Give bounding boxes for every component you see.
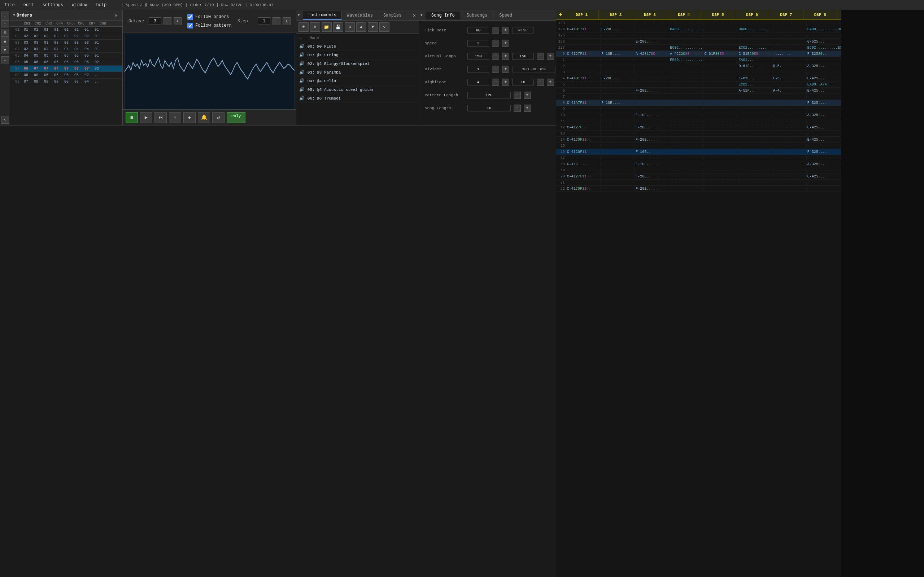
- orders-table[interactable]: CH1 CH2 CH3 CH4 CH5 CH6 CH7 CH8 01010101…: [10, 21, 122, 125]
- inst-item-5[interactable]: 🔊 05: @5 Acoustic steel guitar: [296, 85, 419, 94]
- tracker-row[interactable]: 16C-41C0F1101...· · · · · · · ·F-10E....…: [556, 149, 841, 155]
- orders-row[interactable]: 070607070707070703: [10, 66, 122, 72]
- tab-samples[interactable]: Samples: [378, 11, 407, 19]
- div-inc-btn[interactable]: +: [502, 66, 509, 73]
- play-btn[interactable]: ▶: [140, 112, 152, 123]
- orders-row[interactable]: 040204040404040401: [10, 46, 122, 53]
- follow-orders-checkbox[interactable]: [187, 14, 193, 20]
- orders-row[interactable]: 050405050505050501: [10, 53, 122, 59]
- step-dec-btn[interactable]: −: [273, 17, 281, 25]
- record-btn[interactable]: ⬇: [169, 112, 181, 123]
- song-length-value[interactable]: 10: [467, 105, 511, 111]
- tracker-row[interactable]: 6· · · · · · · ·· · · · · · · ·F-20E....…: [556, 88, 841, 94]
- orders-remove-btn[interactable]: −: [1, 20, 9, 28]
- dsp-add-btn[interactable]: +: [556, 12, 565, 18]
- virtual-tempo-value2[interactable]: 150: [512, 53, 534, 60]
- tracker-row[interactable]: 0C-4127F1100...F-10E.....A-4231780C0A-42…: [556, 51, 841, 57]
- sl-inc-btn[interactable]: +: [524, 105, 531, 112]
- tracker-row[interactable]: 123· · · · · · · ·· · · · · · · ·· · · ·…: [556, 20, 841, 26]
- speed-inc-btn[interactable]: +: [502, 40, 509, 47]
- orders-duplicate-btn[interactable]: ⧉: [1, 29, 9, 37]
- follow-pattern-checkbox[interactable]: [187, 23, 193, 29]
- inst-up-btn[interactable]: ▲: [356, 23, 366, 32]
- orders-close-btn[interactable]: ✕: [113, 12, 119, 18]
- speed-value[interactable]: 3: [467, 40, 489, 47]
- tracker-row[interactable]: 127· · · · · · · ·· · · · · · · ·· · · ·…: [556, 45, 841, 51]
- tab-wavetables[interactable]: Wavetables: [342, 11, 378, 19]
- tick-rate-inc-btn[interactable]: +: [502, 27, 509, 34]
- virtual-tempo-value1[interactable]: 150: [467, 53, 489, 60]
- orders-row[interactable]: 0907080808080704..: [10, 79, 122, 85]
- sl-dec-btn[interactable]: −: [514, 105, 521, 112]
- orders-add-btn[interactable]: +: [1, 11, 9, 19]
- tick-rate-dec-btn[interactable]: −: [492, 27, 499, 34]
- tick-rate-value[interactable]: 60: [467, 27, 489, 34]
- inst-item-2[interactable]: 🔊 02: @2 Blingy/Glockenspiel: [296, 60, 419, 68]
- pl-dec-btn[interactable]: −: [514, 92, 521, 99]
- menu-window[interactable]: window: [70, 2, 89, 8]
- highlight-value2[interactable]: 16: [512, 79, 534, 85]
- octave-dec-btn[interactable]: −: [163, 17, 171, 25]
- inst-add-btn[interactable]: +: [299, 23, 309, 32]
- orders-row[interactable]: 010101010101010101: [10, 27, 122, 33]
- tracker-row[interactable]: 21· · · · · · · ·· · · · · · · ·· · · · …: [556, 180, 841, 186]
- inst-clear-btn[interactable]: ✕: [380, 23, 389, 32]
- vt2-dec-btn[interactable]: −: [537, 53, 544, 60]
- tab-song-info[interactable]: Song Info: [426, 11, 461, 19]
- tracker-row[interactable]: 14C-41C0F1101...· · · · · · · ·F-20E....…: [556, 137, 841, 143]
- inst-save-btn[interactable]: 💾: [333, 23, 343, 32]
- tracker-row[interactable]: 12C-4127F.......· · · · · · · ·F-20E....…: [556, 124, 841, 131]
- orders-row[interactable]: 060506060606060602: [10, 59, 122, 66]
- tracker-row[interactable]: 10· · · · · · · ·· · · · · · · ·F-10E...…: [556, 112, 841, 118]
- tab-speed[interactable]: Speed: [493, 11, 518, 19]
- record2-btn[interactable]: ●: [183, 112, 195, 123]
- tracker-row[interactable]: 13· · · · · · · ·· · · · · · · ·· · · · …: [556, 131, 841, 137]
- tracker-row[interactable]: 15· · · · · · · ·· · · · · · · ·· · · · …: [556, 143, 841, 149]
- hl1-dec-btn[interactable]: −: [492, 79, 499, 86]
- inst-none[interactable]: ○ - None -: [296, 34, 419, 42]
- tracker-row[interactable]: 125· · · · · · · ·· · · · · · · ·· · · ·…: [556, 32, 841, 39]
- menu-file[interactable]: file: [3, 2, 16, 8]
- tracker-row[interactable]: 7· · · · · · · ·· · · · · · · ·· · · · ·…: [556, 94, 841, 100]
- tracker-row[interactable]: 4C-41B171101...F-20E......· · · · · · · …: [556, 76, 841, 82]
- tracker-row[interactable]: 18C-41C.......· · · · · · · ·F-10E......…: [556, 161, 841, 167]
- hl2-dec-btn[interactable]: −: [537, 79, 544, 86]
- loop-btn[interactable]: ↺: [212, 112, 225, 123]
- tracker-row[interactable]: 126· · · · · · · ·· · · · · · · ·E-20E..…: [556, 39, 841, 45]
- tracker-grid[interactable]: 123· · · · · · · ·· · · · · · · ·· · · ·…: [556, 20, 841, 577]
- orders-up-btn[interactable]: ▲: [1, 37, 9, 45]
- pl-inc-btn[interactable]: +: [524, 92, 531, 99]
- inst-link-btn[interactable]: ⧉: [345, 23, 355, 32]
- divider-value[interactable]: 1: [467, 66, 489, 73]
- stop-btn[interactable]: ■: [126, 112, 138, 123]
- highlight-value1[interactable]: 4: [467, 79, 489, 85]
- tracker-row[interactable]: 11· · · · · · · ·· · · · · · · ·· · · · …: [556, 118, 841, 124]
- inst-item-4[interactable]: 🔊 04: @4 Cello: [296, 77, 419, 85]
- orders-down-btn[interactable]: ▼: [1, 46, 9, 54]
- tracker-row[interactable]: 1· · · · · · · ·· · · · · · · ·· · · · ·…: [556, 57, 841, 63]
- orders-cursor-btn[interactable]: ↖: [1, 116, 9, 124]
- octave-inc-btn[interactable]: +: [174, 17, 181, 25]
- tracker-row[interactable]: 3· · · · · · · ·· · · · · · · ·· · · · ·…: [556, 69, 841, 76]
- next-btn[interactable]: ⏭: [155, 112, 167, 123]
- instruments-list[interactable]: ○ - None - 🔊 00: @0 Flute 🔊 01: @1 Strin…: [296, 34, 419, 125]
- tracker-row[interactable]: 22C-41C0F1101...· · · · · · · ·F-20E....…: [556, 186, 841, 192]
- div-dec-btn[interactable]: −: [492, 66, 499, 73]
- hl2-inc-btn[interactable]: +: [547, 79, 554, 86]
- instruments-close-btn[interactable]: ✕: [410, 12, 418, 18]
- tracker-row[interactable]: 17· · · · · · · ·· · · · · · · ·· · · · …: [556, 155, 841, 161]
- orders-tool-btn[interactable]: ✂: [1, 56, 9, 64]
- hl1-inc-btn[interactable]: +: [502, 79, 509, 86]
- speed-dec-btn[interactable]: −: [492, 40, 499, 47]
- inst-item-6[interactable]: 🔊 06: @6 Trumpet: [296, 94, 419, 103]
- tracker-row[interactable]: 2· · · · · · · ·· · · · · · · ·· · · · ·…: [556, 63, 841, 69]
- orders-row[interactable]: 030303030303030301: [10, 40, 122, 46]
- vt-dec-btn[interactable]: −: [492, 53, 499, 60]
- step-inc-btn[interactable]: +: [283, 17, 291, 25]
- menu-settings[interactable]: settings: [41, 2, 65, 8]
- tracker-row[interactable]: 8C-41A7F1100...F-10E......· · · · · · · …: [556, 100, 841, 106]
- menu-help[interactable]: help: [95, 2, 108, 8]
- inst-item-3[interactable]: 🔊 03: @3 Marimba: [296, 68, 419, 77]
- orders-row[interactable]: 020202020202020201: [10, 33, 122, 40]
- tracker-row[interactable]: 9· · · · · · · ·· · · · · · · ·· · · · ·…: [556, 106, 841, 112]
